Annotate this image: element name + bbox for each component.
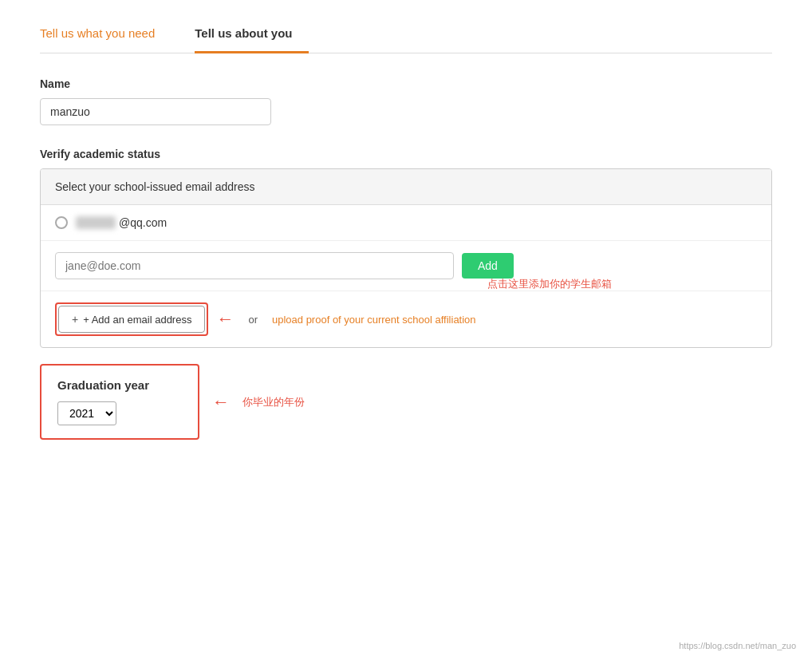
tabs-container: Tell us what you need Tell us about you xyxy=(40,16,772,53)
annotation-arrow: ← xyxy=(216,309,234,330)
add-email-link-button[interactable]: + + Add an email address xyxy=(58,306,205,333)
upload-proof-link[interactable]: upload proof of your current school affi… xyxy=(272,314,476,326)
email-domain: @qq.com xyxy=(119,216,167,229)
tab-tell-us-about-you[interactable]: Tell us about you xyxy=(195,17,308,53)
email-text-input[interactable] xyxy=(55,252,454,279)
add-email-input-row: Add xyxy=(41,241,771,291)
name-input[interactable] xyxy=(40,98,271,125)
name-section: Name xyxy=(40,77,772,125)
grad-annotation-arrow: ← xyxy=(212,392,230,413)
add-email-link-row: 点击这里添加你的学生邮箱 + + Add an email address ← … xyxy=(41,291,771,347)
verify-academic-section: Verify academic status Select your schoo… xyxy=(40,148,772,348)
verify-academic-label: Verify academic status xyxy=(40,148,772,160)
or-text: or xyxy=(248,314,258,326)
page-wrapper: Tell us what you need Tell us about you … xyxy=(0,0,812,456)
academic-header: Select your school-issued email address xyxy=(41,169,771,205)
email-radio[interactable] xyxy=(55,216,68,229)
email-avatar-blur xyxy=(76,216,116,229)
academic-box: Select your school-issued email address … xyxy=(40,168,772,348)
graduation-section: Graduation year 2018 2019 2020 2021 2022… xyxy=(40,364,772,440)
graduation-box: Graduation year 2018 2019 2020 2021 2022… xyxy=(40,364,199,440)
tab-tell-us-what-you-need[interactable]: Tell us what you need xyxy=(40,17,171,53)
plus-icon: + xyxy=(72,313,78,326)
grad-annotation-text: 你毕业的年份 xyxy=(242,395,305,409)
graduation-year-select[interactable]: 2018 2019 2020 2021 2022 2023 2024 2025 xyxy=(57,401,116,425)
email-row: @qq.com xyxy=(41,205,771,241)
name-label: Name xyxy=(40,77,772,90)
add-email-button[interactable]: Add xyxy=(462,253,514,279)
add-email-link-outline: + + Add an email address xyxy=(55,302,208,336)
graduation-label: Graduation year xyxy=(57,378,182,392)
